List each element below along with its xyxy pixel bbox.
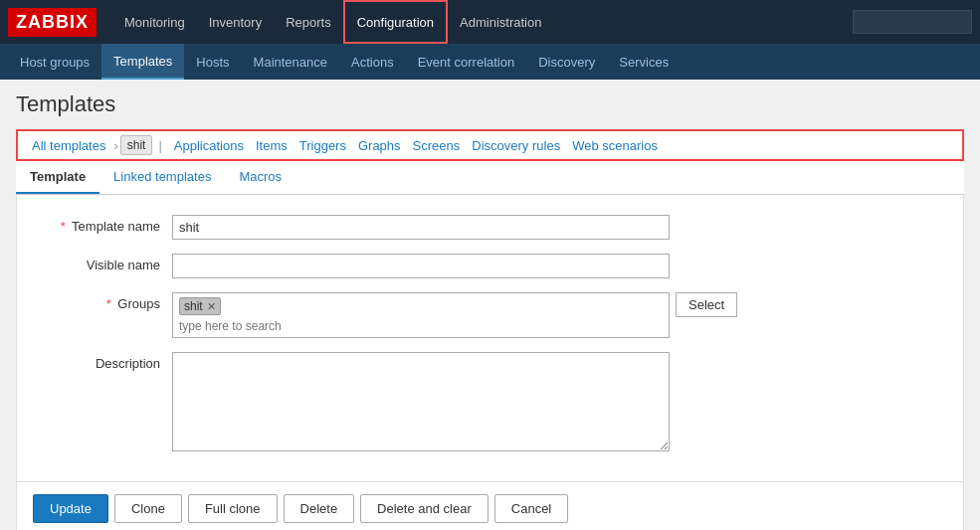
- tab-linked-templates[interactable]: Linked templates: [99, 161, 225, 194]
- nav-actions[interactable]: Actions: [339, 44, 406, 80]
- description-label: Description: [33, 352, 172, 371]
- breadcrumb-bar: All templates › shit | Applications Item…: [16, 129, 964, 161]
- context-tab-items[interactable]: Items: [250, 136, 294, 155]
- visible-name-row: Visible name: [33, 254, 947, 278]
- groups-label: * Groups: [33, 292, 172, 311]
- divider: |: [158, 138, 161, 153]
- groups-search-input[interactable]: [179, 319, 663, 333]
- page-title: Templates: [16, 91, 964, 117]
- nav-configuration[interactable]: Configuration: [343, 0, 448, 44]
- logo: ZABBIX: [8, 8, 97, 37]
- full-clone-button[interactable]: Full clone: [188, 494, 278, 523]
- page-content: Templates All templates › shit | Applica…: [0, 80, 980, 530]
- action-buttons: Update Clone Full clone Delete Delete an…: [16, 482, 964, 530]
- description-row: Description: [33, 352, 947, 451]
- update-button[interactable]: Update: [33, 494, 108, 523]
- template-name-input[interactable]: [172, 215, 670, 240]
- context-tab-web-scenarios[interactable]: Web scenarios: [566, 136, 664, 155]
- nav-reports[interactable]: Reports: [274, 0, 343, 44]
- template-name-label: * Template name: [33, 215, 172, 234]
- context-tab-graphs[interactable]: Graphs: [352, 136, 407, 155]
- tab-template[interactable]: Template: [16, 161, 99, 194]
- sub-tabs: Template Linked templates Macros: [16, 161, 964, 195]
- form-area: * Template name Visible name * Groups: [16, 195, 964, 482]
- nav-templates[interactable]: Templates: [101, 44, 184, 80]
- breadcrumb-separator: ›: [111, 138, 119, 153]
- group-tag-label: shit: [184, 299, 203, 313]
- nav-hosts[interactable]: Hosts: [184, 44, 241, 80]
- visible-name-input[interactable]: [172, 254, 670, 278]
- visible-name-label: Visible name: [33, 254, 172, 272]
- nav-event-correlation[interactable]: Event correlation: [406, 44, 527, 80]
- groups-input-area[interactable]: shit ✕: [172, 292, 670, 338]
- nav-discovery[interactable]: Discovery: [526, 44, 607, 80]
- context-tab-discovery-rules[interactable]: Discovery rules: [466, 136, 566, 155]
- required-marker-groups: *: [106, 296, 111, 311]
- cancel-button[interactable]: Cancel: [494, 494, 568, 523]
- groups-wrapper: shit ✕ Select: [172, 292, 737, 338]
- delete-button[interactable]: Delete: [284, 494, 355, 523]
- breadcrumb-all-templates[interactable]: All templates: [26, 136, 111, 155]
- context-tab-triggers[interactable]: Triggers: [294, 136, 352, 155]
- breadcrumb-current: shit: [120, 135, 153, 155]
- description-input[interactable]: [172, 352, 670, 451]
- select-button[interactable]: Select: [676, 292, 737, 317]
- nav-host-groups[interactable]: Host groups: [8, 44, 101, 80]
- nav-services[interactable]: Services: [607, 44, 681, 80]
- tab-macros[interactable]: Macros: [225, 161, 295, 194]
- group-tag-remove[interactable]: ✕: [207, 300, 216, 313]
- delete-and-clear-button[interactable]: Delete and clear: [360, 494, 489, 523]
- search-input[interactable]: [853, 10, 972, 34]
- template-name-row: * Template name: [33, 215, 947, 240]
- nav-monitoring[interactable]: Monitoring: [112, 0, 197, 44]
- clone-button[interactable]: Clone: [114, 494, 182, 523]
- context-tab-applications[interactable]: Applications: [168, 136, 250, 155]
- top-navigation: ZABBIX Monitoring Inventory Reports Conf…: [0, 0, 980, 44]
- second-navigation: Host groups Templates Hosts Maintenance …: [0, 44, 980, 80]
- nav-maintenance[interactable]: Maintenance: [242, 44, 339, 80]
- groups-row: * Groups shit ✕ Select: [33, 292, 947, 338]
- nav-inventory[interactable]: Inventory: [197, 0, 274, 44]
- context-tab-screens[interactable]: Screens: [407, 136, 467, 155]
- required-marker: *: [61, 219, 66, 234]
- nav-administration[interactable]: Administration: [448, 0, 553, 44]
- group-tag-shit: shit ✕: [179, 297, 221, 315]
